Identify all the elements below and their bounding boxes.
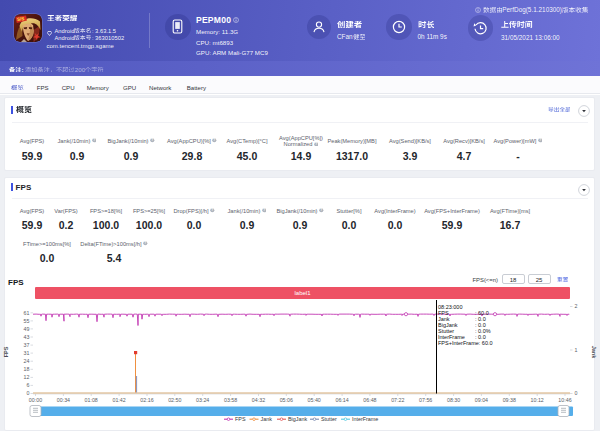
svg-text:01:08: 01:08 [85,397,98,403]
svg-text:12: 12 [24,374,30,380]
svg-text:03:58: 03:58 [224,397,237,403]
svg-text:18: 18 [24,366,30,372]
svg-text:02:50: 02:50 [168,397,181,403]
svg-text:1: 1 [575,347,578,353]
svg-text:09:38: 09:38 [503,397,516,403]
svg-text:InterFrame: InterFrame [352,416,378,422]
svg-text:05:40: 05:40 [308,397,321,403]
svg-text:S/S: S/S [16,16,24,22]
svg-text:BigJank: BigJank [288,416,307,422]
svg-text:00:34: 00:34 [57,397,70,403]
svg-text:06:48: 06:48 [363,397,376,403]
svg-text:07:22: 07:22 [391,397,404,403]
svg-text:FPS: FPS [235,416,246,422]
svg-text:09:04: 09:04 [475,397,488,403]
svg-text:?: ? [144,242,146,246]
svg-text:10:12: 10:12 [531,397,544,403]
svg-text:6: 6 [27,382,30,388]
svg-text:43: 43 [24,334,30,340]
svg-text:0: 0 [575,390,578,396]
svg-text:08:30: 08:30 [447,397,460,403]
svg-text:0: 0 [27,390,30,396]
svg-text:FPS: FPS [3,346,9,357]
svg-text:06:14: 06:14 [335,397,348,403]
svg-text:Jank: Jank [591,346,597,359]
svg-text:Stutter: Stutter [321,416,337,422]
svg-text:?: ? [539,139,541,143]
svg-text:01:42: 01:42 [112,397,125,403]
svg-text:Jank: Jank [261,416,273,422]
svg-text:31: 31 [24,350,30,356]
svg-text:02:16: 02:16 [140,397,153,403]
svg-text:24: 24 [24,358,30,364]
svg-text:04:32: 04:32 [252,397,265,403]
svg-text:03:24: 03:24 [196,397,209,403]
svg-text:05:06: 05:06 [280,397,293,403]
svg-text:10:46: 10:46 [558,397,571,403]
svg-text:49: 49 [24,326,30,332]
svg-text:07:56: 07:56 [419,397,432,403]
svg-text:55: 55 [24,318,30,324]
svg-text:00:00: 00:00 [29,397,42,403]
svg-text:61: 61 [24,310,30,316]
svg-text:2: 2 [575,303,578,309]
svg-text:37: 37 [24,342,30,348]
